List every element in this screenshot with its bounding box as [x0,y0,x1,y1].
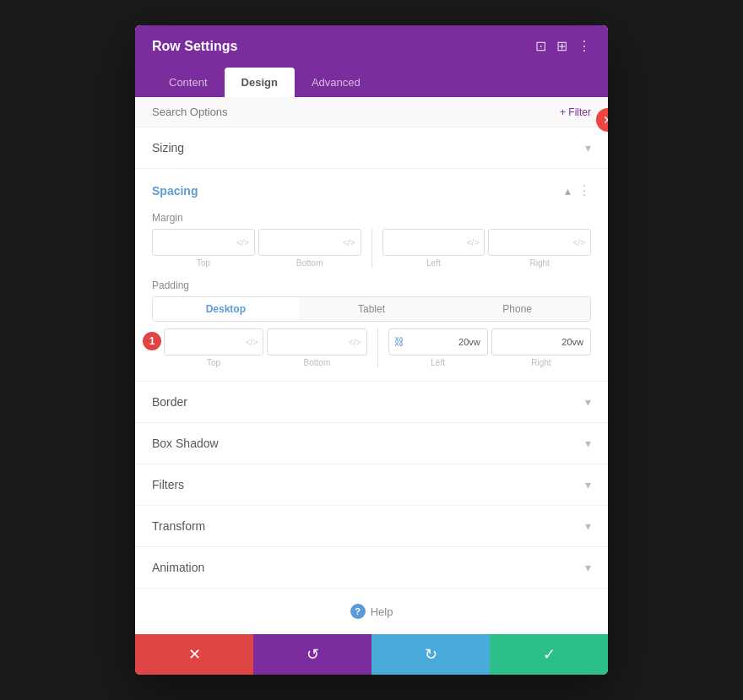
sizing-chevron-icon: ▾ [585,141,591,155]
border-section: Border ▾ [135,382,608,423]
spacing-title: Spacing [152,184,198,198]
close-icon: ✕ [603,113,608,127]
sizing-title: Sizing [152,141,184,155]
margin-left-input[interactable]: </> [382,229,485,256]
search-bar: + Filter [135,97,608,128]
spacing-body: Margin </> Top [135,212,608,381]
undo-icon: ↺ [306,645,319,664]
margin-top-label: Top [152,258,255,268]
help-icon: ? [350,604,366,619]
tab-phone[interactable]: Phone [444,297,590,321]
animation-title: Animation [152,561,204,574]
bottom-toolbar: ✕ ↺ ↻ ✓ [135,634,608,675]
margin-row: </> Top </> Bottom [152,229,591,268]
link-icon: ⛓ [394,336,404,348]
transform-section-header[interactable]: Transform ▾ [135,506,608,546]
filters-chevron-icon: ▾ [585,478,591,491]
padding-left-value: 20vw [458,337,480,347]
tab-desktop[interactable]: Desktop [153,297,299,321]
box-shadow-title: Box Shadow [152,437,219,450]
margin-left-code-icon: </> [467,238,479,247]
transform-chevron-icon: ▾ [585,519,591,533]
save-button[interactable]: ✓ [490,634,608,675]
padding-right-value: 20vw [561,337,583,347]
redo-button[interactable]: ↻ [372,634,490,675]
tab-advanced[interactable]: Advanced [295,68,377,97]
padding-left-input[interactable]: 20vw ⛓ [388,328,488,355]
padding-right-label: Right [491,358,591,367]
margin-top-code-icon: </> [236,238,248,247]
spacing-chevron-icon: ▴ [565,184,571,198]
help-row: ? Help [135,589,608,634]
margin-label: Margin [152,212,591,224]
cancel-icon: ✕ [188,645,201,664]
save-icon: ✓ [543,645,556,664]
row-settings-modal: Row Settings ⊡ ⊞ ⋮ Content Design Advanc… [135,25,608,675]
padding-left-label: Left [388,358,488,367]
animation-chevron-icon: ▾ [585,561,591,574]
border-chevron-icon: ▾ [585,395,591,409]
screen-small-icon[interactable]: ⊡ [535,40,546,53]
modal-title: Row Settings [152,39,237,54]
undo-button[interactable]: ↺ [253,634,372,675]
padding-bottom-code-icon: </> [349,338,361,347]
transform-section: Transform ▾ [135,506,608,547]
step-badge: 1 [143,332,161,350]
spacing-section-header[interactable]: Spacing ▴ ⋮ [135,169,608,212]
box-shadow-chevron-icon: ▾ [585,437,591,450]
margin-left-label: Left [382,258,485,268]
spacing-section: Spacing ▴ ⋮ Margin </> [135,169,608,382]
redo-icon: ↻ [425,645,437,664]
margin-bottom-input[interactable]: </> [258,229,361,256]
box-shadow-section-header[interactable]: Box Shadow ▾ [135,423,608,464]
sizing-section-header[interactable]: Sizing ▾ [135,128,608,168]
border-title: Border [152,395,187,409]
filters-section-header[interactable]: Filters ▾ [135,464,608,505]
tab-bar: Content Design Advanced [135,68,608,97]
border-section-header[interactable]: Border ▾ [135,382,608,422]
padding-right-input[interactable]: 20vw [491,328,591,355]
box-shadow-section: Box Shadow ▾ [135,423,608,464]
tab-design[interactable]: Design [225,68,295,97]
more-options-icon[interactable]: ⋮ [578,40,591,53]
spacing-dots-icon[interactable]: ⋮ [578,182,591,198]
header-icons: ⊡ ⊞ ⋮ [535,40,591,53]
filters-section: Filters ▾ [135,464,608,506]
sizing-section: Sizing ▾ [135,128,608,169]
filter-button[interactable]: + Filter [560,106,591,118]
margin-bottom-label: Bottom [258,258,361,268]
help-label[interactable]: Help [371,605,393,618]
cancel-button[interactable]: ✕ [135,634,253,675]
margin-right-input[interactable]: </> [488,229,591,256]
spacing-section-actions: ▴ ⋮ [565,182,591,198]
screen-large-icon[interactable]: ⊞ [556,40,567,53]
margin-right-code-icon: </> [573,238,585,247]
tab-tablet[interactable]: Tablet [299,297,445,321]
padding-separator [377,328,378,367]
margin-bottom-code-icon: </> [343,238,355,247]
padding-row: 1 </> Top </> [152,328,591,367]
padding-bottom-label: Bottom [267,358,366,367]
padding-label: Padding [152,279,591,291]
search-input[interactable] [152,106,560,118]
transform-title: Transform [152,519,205,533]
animation-section: Animation ▾ [135,547,608,589]
modal-header: Row Settings ⊡ ⊞ ⋮ [135,25,608,68]
padding-bottom-input[interactable]: </> [267,328,366,355]
padding-top-code-icon: </> [246,338,258,347]
tab-content[interactable]: Content [152,68,225,97]
filters-title: Filters [152,478,184,491]
padding-top-input[interactable]: </> [164,328,263,355]
device-tabs: Desktop Tablet Phone [152,296,591,322]
margin-right-label: Right [488,258,591,268]
panel-content: Sizing ▾ Spacing ▴ ⋮ Margin [135,128,608,634]
margin-top-input[interactable]: </> [152,229,255,256]
animation-section-header[interactable]: Animation ▾ [135,547,608,588]
margin-separator [372,229,372,268]
padding-top-label: Top [164,358,263,367]
